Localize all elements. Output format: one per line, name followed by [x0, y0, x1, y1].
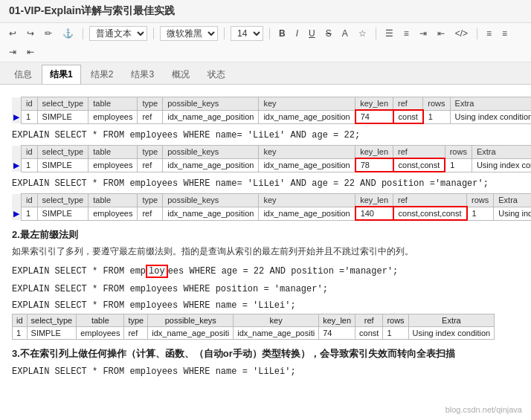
undo-button[interactable]: ↩	[6, 27, 19, 40]
col-key-len-4: key_len	[319, 314, 355, 327]
sql-suffix: ees WHERE age = 22 AND position ='manage…	[168, 266, 399, 277]
underline-button[interactable]: U	[306, 27, 318, 40]
watermark: blog.csdn.net/qinjava	[445, 405, 522, 414]
align-c-button[interactable]: ≡	[499, 27, 510, 40]
table-row: ▶ 1 SIMPLE employees ref idx_name_age_po…	[12, 207, 531, 220]
toolbar-divider-1	[83, 28, 83, 39]
col-type-2: type	[138, 146, 163, 159]
highlight-button[interactable]: ☆	[355, 27, 370, 40]
tab-result2[interactable]: 结果2	[83, 65, 122, 84]
outdent2-button[interactable]: ⇤	[24, 45, 37, 59]
edit-icon[interactable]: ✏	[42, 27, 55, 40]
anchor-icon[interactable]: ⚓	[59, 27, 77, 40]
col-type-3: type	[138, 194, 163, 207]
content-area: id select_type table type possible_keys …	[0, 85, 531, 387]
cell-select-type-2: SIMPLE	[37, 158, 88, 172]
section2-text: 如果索引引了多列，要遵守最左前缀法则。指的是查询从索引的最左前列开始并且不跳过索…	[12, 245, 519, 259]
tab-summary[interactable]: 概况	[164, 65, 198, 84]
col-type-1: type	[138, 97, 163, 111]
fontcolor-button[interactable]: A	[339, 27, 351, 40]
cell-key: idx_name_age_position	[259, 110, 355, 123]
row-arrow: ▶	[12, 110, 22, 123]
cell-table-2: employees	[88, 158, 138, 172]
col-table-2: table	[88, 146, 138, 159]
cell-possible-keys-4: idx_name_age_positi	[148, 327, 234, 340]
col-select-type-3: select_type	[37, 194, 88, 207]
code-button[interactable]: </>	[452, 27, 471, 40]
col-table-4: table	[77, 314, 124, 327]
col-extra-1: Extra	[450, 97, 531, 111]
cell-select-type: SIMPLE	[37, 110, 88, 123]
sql-highlight: loy	[146, 265, 168, 278]
cell-type-2: ref	[138, 158, 163, 172]
align-l-button[interactable]: ≡	[483, 27, 495, 40]
col-key-4: key	[234, 314, 319, 327]
cell-select-type-4: SIMPLE	[27, 327, 77, 340]
col-id-3: id	[22, 194, 38, 207]
outdent-button[interactable]: ⇤	[434, 27, 448, 40]
cell-key-len-3: 140	[355, 207, 393, 220]
cell-key-4: idx_name_age_positi	[234, 327, 319, 340]
tabs-row: 信息 结果1 结果2 结果3 概况 状态	[0, 62, 531, 85]
section2-sql-3: EXPLAIN SELECT * FROM employees WHERE na…	[12, 300, 519, 311]
cell-table: employees	[88, 110, 138, 123]
sql-prefix: EXPLAIN SELECT * FROM emp	[12, 266, 146, 277]
col-possible-keys-2: possible_keys	[163, 146, 259, 159]
result-table-1: id select_type table type possible_keys …	[12, 97, 531, 124]
col-select-type-4: select_type	[27, 314, 77, 327]
col-arrow-2	[12, 146, 22, 159]
result-table-4: id select_type table type possible_keys …	[12, 314, 495, 340]
tab-info[interactable]: 信息	[6, 65, 40, 84]
col-table-1: table	[88, 97, 138, 111]
tab-result3[interactable]: 结果3	[123, 65, 162, 84]
style-select[interactable]: 普通文本	[89, 26, 147, 41]
italic-button[interactable]: I	[293, 27, 301, 40]
section3-sql: EXPLAIN SELECT * FROM employees WHERE na…	[12, 366, 519, 377]
cell-type-3: ref	[138, 207, 163, 220]
col-key-3: key	[259, 194, 355, 207]
tab-status[interactable]: 状态	[199, 65, 234, 84]
font-select[interactable]: 微软雅黑	[160, 26, 218, 41]
page-title: 01-VIP-Explain详解与索引最佳实践	[9, 4, 175, 16]
cell-key-3: idx_name_age_position	[259, 207, 355, 220]
strikethrough-button[interactable]: S	[323, 27, 335, 40]
col-table-3: table	[88, 194, 138, 207]
list-ul-button[interactable]: ☰	[382, 27, 396, 40]
col-extra-4: Extra	[408, 314, 495, 327]
toolbar-divider-4	[269, 28, 270, 39]
cell-id-2: 1	[22, 158, 38, 172]
col-possible-keys-4: possible_keys	[148, 314, 234, 327]
cell-ref: const	[393, 110, 423, 123]
cell-select-type-3: SIMPLE	[37, 207, 88, 220]
col-key-len-2: key_len	[355, 146, 393, 159]
size-select[interactable]: 14	[231, 26, 263, 41]
cell-table-4: employees	[77, 327, 124, 340]
redo-button[interactable]: ↪	[24, 27, 37, 40]
cell-rows-2: 1	[445, 158, 472, 172]
title-bar: 01-VIP-Explain详解与索引最佳实践	[0, 0, 531, 23]
cell-key-len-2: 78	[355, 158, 393, 172]
row-arrow-3: ▶	[12, 207, 22, 220]
col-key-len-1: key_len	[355, 97, 393, 111]
col-extra-3: Extra	[494, 194, 531, 207]
col-id-1: id	[22, 97, 38, 111]
cell-ref-3: const,const,const	[393, 207, 467, 220]
cell-type-4: ref	[124, 327, 148, 340]
cell-rows-4: 1	[383, 327, 408, 340]
col-ref-3: ref	[393, 194, 467, 207]
col-select-type-1: select_type	[37, 97, 88, 111]
col-arrow-3	[12, 194, 22, 207]
col-type-4: type	[124, 314, 148, 327]
col-key-2: key	[259, 146, 355, 159]
tab-result1[interactable]: 结果1	[42, 65, 81, 84]
cell-table-3: employees	[88, 207, 138, 220]
list-ol-button[interactable]: ≡	[401, 27, 412, 40]
cell-key-2: idx_name_age_position	[259, 158, 355, 172]
indent2-button[interactable]: ⇥	[6, 45, 19, 59]
bold-button[interactable]: B	[276, 27, 289, 40]
cell-key-len: 74	[355, 110, 393, 123]
col-id-4: id	[13, 314, 28, 327]
toolbar-divider-5	[376, 28, 376, 39]
indent-button[interactable]: ⇥	[416, 27, 430, 40]
table-row: ▶ 1 SIMPLE employees ref idx_name_age_po…	[12, 110, 531, 123]
